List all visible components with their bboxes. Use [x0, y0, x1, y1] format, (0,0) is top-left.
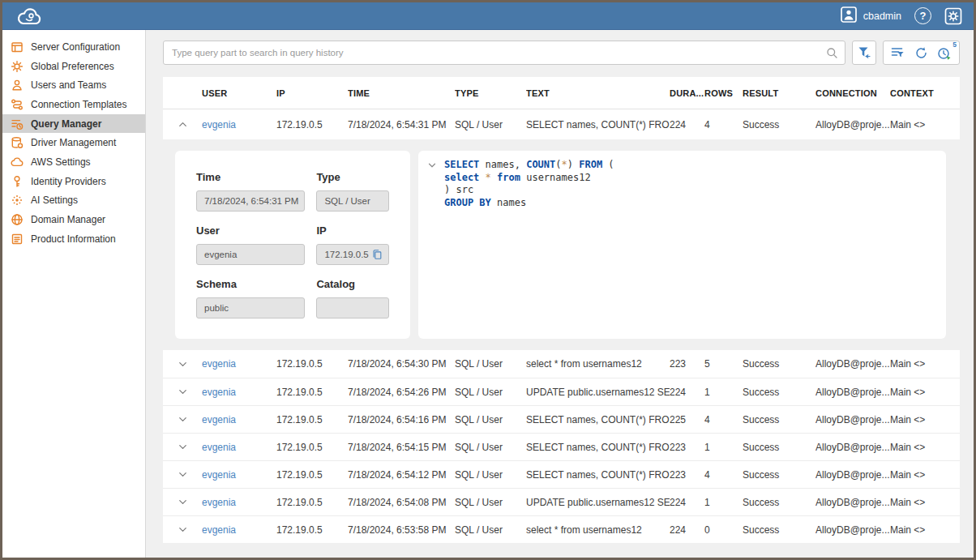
table-row[interactable]: evgenia172.19.0.57/18/2024, 6:54:26 PMSQ…: [163, 378, 960, 405]
sidebar-item-users-and-teams[interactable]: Users and Teams: [2, 75, 145, 95]
settings-button[interactable]: [944, 7, 962, 25]
table-row[interactable]: evgenia172.19.0.57/18/2024, 6:53:58 PMSQ…: [163, 515, 960, 543]
log-settings-button[interactable]: [891, 46, 905, 59]
admin-sidebar: Server ConfigurationGlobal PreferencesUs…: [2, 30, 146, 558]
search-input[interactable]: [164, 48, 845, 58]
chevron-down-icon[interactable]: [163, 358, 202, 370]
sidebar-item-label: Query Manager: [31, 118, 101, 130]
auto-refresh-button[interactable]: 5: [937, 46, 952, 60]
user-link[interactable]: evgenia: [202, 387, 276, 398]
column-header-user[interactable]: USER: [202, 88, 276, 98]
field-label: IP: [316, 224, 389, 237]
connection-cell: AlloyDB@proje...: [815, 414, 890, 425]
duration-cell: 224: [670, 497, 704, 508]
type-cell: SQL / User: [455, 469, 526, 481]
column-header-text[interactable]: TEXT: [526, 88, 670, 98]
chevron-down-icon[interactable]: [163, 386, 202, 398]
ip-cell: 172.19.0.5: [276, 119, 348, 130]
sidebar-item-server-configuration[interactable]: Server Configuration: [2, 37, 145, 57]
catalog-field: [316, 297, 389, 318]
table-row[interactable]: evgenia172.19.0.57/18/2024, 6:54:15 PMSQ…: [163, 433, 960, 460]
table-row[interactable]: evgenia172.19.0.57/18/2024, 6:54:31 PMSQ…: [163, 109, 960, 139]
query-text-cell: SELECT names, COUNT(*) FRO...: [526, 414, 670, 425]
sidebar-item-aws-settings[interactable]: AWS Settings: [2, 152, 145, 172]
column-header-type[interactable]: TYPE: [455, 88, 526, 98]
column-header-dura[interactable]: DURA...: [670, 88, 704, 98]
column-header-ip[interactable]: IP: [276, 88, 348, 98]
query-text-cell: select * from usernames12: [526, 358, 670, 370]
sidebar-item-label: Driver Management: [31, 137, 116, 148]
table-row[interactable]: evgenia172.19.0.57/18/2024, 6:54:08 PMSQ…: [163, 488, 960, 515]
query-history-toolbar: 5: [163, 41, 960, 65]
detail-field-ip: IP172.19.0.5: [316, 224, 389, 265]
schema-field: public: [196, 297, 305, 318]
sidebar-item-label: Users and Teams: [31, 79, 106, 91]
chevron-down-icon[interactable]: [163, 441, 202, 453]
sidebar-item-identity-providers[interactable]: Identity Providers: [2, 172, 145, 191]
column-header-connection[interactable]: CONNECTION: [815, 88, 890, 98]
sidebar-item-label: Connection Templates: [31, 99, 127, 110]
filter-button[interactable]: [852, 41, 876, 65]
sidebar-item-ai-settings[interactable]: AI Settings: [2, 191, 145, 211]
result-cell: Success: [743, 387, 815, 398]
chevron-down-icon[interactable]: [163, 468, 202, 481]
user-link[interactable]: evgenia: [202, 119, 276, 130]
user-link[interactable]: evgenia: [202, 442, 276, 453]
ip-cell: 172.19.0.5: [276, 497, 348, 508]
ip-cell: 172.19.0.5: [276, 469, 348, 481]
user-menu[interactable]: cbadmin: [841, 6, 901, 26]
user-link[interactable]: evgenia: [202, 497, 276, 508]
rows-cell: 5: [704, 358, 743, 370]
field-value: public: [204, 303, 229, 313]
list-filter-icon: [891, 46, 905, 59]
sidebar-item-query-manager[interactable]: Query Manager: [2, 114, 145, 134]
user-field: evgenia: [196, 244, 305, 265]
time-cell: 7/18/2024, 6:54:31 PM: [348, 119, 455, 130]
sql-line: GROUP BY names: [444, 197, 614, 210]
result-cell: Success: [743, 414, 815, 425]
chevron-down-icon[interactable]: [163, 413, 202, 425]
sidebar-item-connection-templates[interactable]: Connection Templates: [2, 95, 145, 114]
user-link[interactable]: evgenia: [202, 358, 276, 370]
ai-settings-icon: [11, 194, 24, 207]
sidebar-item-label: AWS Settings: [31, 156, 91, 168]
chevron-down-icon[interactable]: [163, 496, 202, 508]
column-header-time[interactable]: TIME: [348, 88, 455, 98]
table-row[interactable]: evgenia172.19.0.57/18/2024, 6:54:16 PMSQ…: [163, 405, 960, 433]
connection-cell: AlloyDB@proje...: [815, 442, 890, 453]
table-row[interactable]: evgenia172.19.0.57/18/2024, 6:54:30 PMSQ…: [163, 350, 960, 378]
column-header-context[interactable]: CONTEXT: [890, 88, 960, 98]
field-label: Catalog: [316, 278, 389, 290]
rows-cell: 1: [704, 387, 743, 398]
column-header-rows[interactable]: ROWS: [704, 88, 743, 98]
sql-collapse-chevron-icon[interactable]: [426, 160, 438, 174]
auto-refresh-interval-badge: 5: [952, 41, 957, 49]
context-cell: Main <>: [890, 497, 960, 508]
copy-icon[interactable]: [371, 249, 383, 260]
query-text-cell: UPDATE public.usernames12 SE...: [526, 497, 670, 508]
duration-cell: 223: [670, 469, 704, 481]
server-configuration-icon: [11, 41, 24, 53]
user-link[interactable]: evgenia: [202, 469, 276, 481]
cloudbeaver-logo-icon: [15, 6, 43, 26]
column-header-result[interactable]: RESULT: [743, 88, 815, 98]
help-button[interactable]: ?: [914, 7, 931, 24]
topbar: cbadmin ?: [2, 2, 974, 30]
user-link[interactable]: evgenia: [202, 414, 276, 425]
refresh-button[interactable]: [914, 46, 928, 60]
sidebar-item-product-information[interactable]: Product Information: [2, 229, 145, 249]
context-cell: Main <>: [890, 414, 960, 425]
chevron-down-icon[interactable]: [163, 524, 202, 536]
timer-refresh-icon: [937, 46, 952, 60]
domain-manager-icon: [11, 213, 24, 226]
sidebar-item-driver-management[interactable]: Driver Management: [2, 133, 145, 152]
table-row[interactable]: evgenia172.19.0.57/18/2024, 6:54:12 PMSQ…: [163, 460, 960, 488]
type-cell: SQL / User: [455, 524, 526, 536]
query-history-rows: evgenia172.19.0.57/18/2024, 6:54:30 PMSQ…: [163, 350, 960, 543]
user-link[interactable]: evgenia: [202, 524, 276, 536]
context-cell: Main <>: [890, 442, 960, 453]
chevron-up-icon[interactable]: [163, 118, 202, 130]
sidebar-item-global-preferences[interactable]: Global Preferences: [2, 57, 145, 76]
sidebar-item-domain-manager[interactable]: Domain Manager: [2, 210, 145, 229]
duration-cell: 224: [670, 387, 704, 398]
